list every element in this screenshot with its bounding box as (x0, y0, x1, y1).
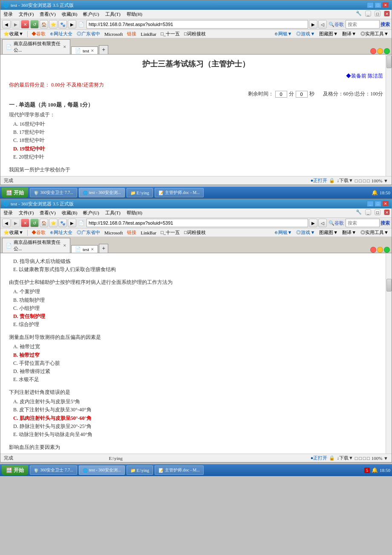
search-box-2[interactable] (346, 219, 380, 227)
toolbar-games-2[interactable]: ◎游戏▼ (295, 229, 316, 236)
start-btn-1[interactable]: 🪟 开始 (2, 188, 28, 198)
status-zoom-2[interactable]: □ □ □ □ (355, 456, 370, 461)
scrollbar-1[interactable] (386, 55, 392, 176)
menu-favorites-2[interactable]: 收藏(B) (61, 209, 79, 217)
toolbar-cifen[interactable]: □词粉接枝 (183, 30, 207, 38)
close-btn-1[interactable]: ✕ (382, 2, 389, 8)
taskbar-360-2[interactable]: 🛡️ 360安全卫士 7.7... (30, 465, 77, 475)
toolbar-allurls[interactable]: ⊕网址大全 (49, 30, 74, 38)
forward-btn-2[interactable]: ▶ (12, 219, 20, 227)
toolbar-eleven[interactable]: □_十一五 (159, 30, 181, 38)
stop-btn-2[interactable]: ✕ (21, 219, 29, 227)
menu-account-2[interactable]: 帐户(U) (82, 209, 100, 217)
taskbar-test-1[interactable]: 🌐 test - 360安全浏... (79, 188, 125, 197)
tab-test-1[interactable]: 📄 test ✕ (71, 46, 98, 54)
scrollbar-2[interactable] (386, 253, 392, 454)
start-btn-2[interactable]: 🪟 开始 (2, 465, 28, 475)
nav-extra-2[interactable]: ▶ (68, 219, 76, 227)
scrollbar-thumb-1[interactable] (386, 55, 392, 68)
toolbar-google-2[interactable]: ◆谷歌 (30, 229, 47, 236)
home-btn-2[interactable]: 🏠 (40, 219, 48, 227)
toolbar-games[interactable]: ◎游戏▼ (295, 30, 316, 38)
menu-help-2[interactable]: 帮助(H) (125, 209, 144, 217)
menu-min-btn-2[interactable]: _ (365, 209, 371, 215)
toolbar-linkbar-2[interactable]: LinkBar (139, 230, 158, 236)
toolbar-allurls-2[interactable]: ⊕网址大全 (49, 229, 74, 236)
refresh-btn-2[interactable]: ↺ (30, 219, 39, 227)
menu-login-2[interactable]: 登录 (2, 209, 14, 217)
timer-sec-1[interactable] (296, 91, 308, 98)
tab-test-2[interactable]: 📄 test ✕ (71, 245, 98, 253)
search-btn-label-1[interactable]: 搜索 (380, 21, 390, 28)
menu-close-btn-2[interactable]: ✕ (384, 209, 390, 215)
toolbar-favorites[interactable]: ⭐收藏▼ (2, 30, 25, 38)
toolbar-links[interactable]: 链接 (126, 30, 138, 38)
new-tab-btn-1[interactable]: + (99, 45, 108, 54)
tab-nanjing-1[interactable]: 📄 南京品循科技有限责任公... ✕ (2, 39, 70, 54)
forward-btn-1[interactable]: ▶ (12, 20, 20, 29)
tab-close-nanjing-1[interactable]: ✕ (63, 45, 66, 49)
back-btn-2[interactable]: ◀ (2, 219, 11, 227)
toolbar-favorites-2[interactable]: ⭐收藏▼ (2, 229, 25, 236)
search-box-1[interactable] (346, 20, 380, 29)
fav-btn-1[interactable]: ⭐ (49, 20, 58, 29)
toolbar-cifen-2[interactable]: □词粉接枝 (183, 229, 207, 236)
tab-close-test-2[interactable]: ✕ (91, 247, 94, 251)
address-bar-1[interactable] (86, 20, 308, 29)
menu-tools-2[interactable]: 工具(T) (104, 209, 122, 217)
toolbar-guangdong[interactable]: ◎广东省中 (75, 30, 101, 38)
address-bar-2[interactable] (86, 219, 308, 227)
addr-prev-2[interactable]: ◁ (318, 219, 327, 227)
refresh-btn-1[interactable]: ↺ (30, 20, 39, 29)
toolbar-pics[interactable]: 图藏图▼ (318, 30, 339, 38)
toolbar-bank[interactable]: ⊕网银▼ (273, 30, 294, 38)
status-download-1[interactable]: ↓下载▼ (337, 177, 353, 184)
nav-extra-1[interactable]: ▶ (68, 20, 76, 29)
back-btn-1[interactable]: ◀ (2, 20, 11, 29)
menu-max-btn[interactable]: □ (375, 11, 380, 17)
tab-nanjing-2[interactable]: 📄 南京品循科技有限责任公... ✕ (2, 238, 70, 253)
toolbar-guangdong-2[interactable]: ◎广东省中 (75, 229, 101, 236)
tab-close-test-1[interactable]: ✕ (91, 49, 94, 53)
menu-help[interactable]: 帮助(H) (125, 11, 144, 18)
paw-btn-2[interactable]: 🐾 (58, 219, 67, 227)
toolbar-pics-2[interactable]: 图藏图▼ (318, 229, 339, 236)
menu-login[interactable]: 登录 (2, 11, 14, 18)
toolbar-translate-2[interactable]: 翻译▼ (341, 229, 357, 236)
tab-close-nanjing-2[interactable]: ✕ (63, 243, 66, 248)
toolbar-microsoft[interactable]: Microsoft (103, 31, 124, 37)
toolbar-bank-2[interactable]: ⊕网银▼ (273, 229, 294, 236)
home-btn-1[interactable]: 🏠 (40, 20, 48, 29)
toolbar-tools-2[interactable]: ◎实用工具▼ (359, 229, 390, 236)
toolbar-eleven-2[interactable]: □_十一五 (159, 229, 181, 236)
status-download-2[interactable]: ↓下载▼ (337, 455, 353, 461)
status-zoom-1[interactable]: □ □ □ □ (355, 178, 370, 183)
taskbar-doc-2[interactable]: 📝 主管护师.doc - M... (155, 465, 204, 475)
menu-max-btn-2[interactable]: □ (375, 209, 380, 215)
close-btn-2[interactable]: ✕ (382, 201, 389, 207)
addr-prev-1[interactable]: ◁ (318, 20, 327, 29)
menu-tools[interactable]: 工具(T) (104, 11, 122, 18)
toolbar-linkbar[interactable]: LinkBar (139, 31, 158, 37)
restore-btn-2[interactable]: □ (375, 201, 381, 207)
taskbar-ying-2[interactable]: 📁 E:\ying (127, 465, 153, 475)
timer-min-1[interactable] (275, 91, 287, 98)
menu-view-2[interactable]: 查看(V) (38, 209, 57, 217)
toolbar-links-2[interactable]: 链接 (126, 229, 138, 236)
addr-go-1[interactable]: ▶ (309, 20, 317, 29)
menu-view[interactable]: 查看(V) (38, 11, 57, 18)
menu-file-2[interactable]: 文件(F) (17, 209, 35, 217)
menu-favorites[interactable]: 收藏(B) (61, 11, 79, 18)
toolbar-tools[interactable]: ◎实用工具▼ (359, 30, 390, 38)
addr-go-2[interactable]: ▶ (309, 219, 317, 227)
taskbar-360-1[interactable]: 🛡️ 360安全卫士 7.7... (30, 188, 77, 197)
toolbar-translate[interactable]: 翻译▼ (341, 30, 357, 38)
restore-btn-1[interactable]: □ (375, 2, 381, 8)
menu-min-btn[interactable]: _ (365, 11, 371, 17)
taskbar-doc-1[interactable]: 📝 主管护师.doc - M... (155, 188, 204, 197)
scrollbar-thumb-2[interactable] (386, 279, 392, 292)
toolbar-microsoft-2[interactable]: Microsoft (103, 230, 124, 236)
search-btn-label-2[interactable]: 搜索 (380, 220, 390, 226)
menu-file[interactable]: 文件(F) (17, 11, 35, 18)
minimize-btn-1[interactable]: _ (367, 2, 374, 8)
